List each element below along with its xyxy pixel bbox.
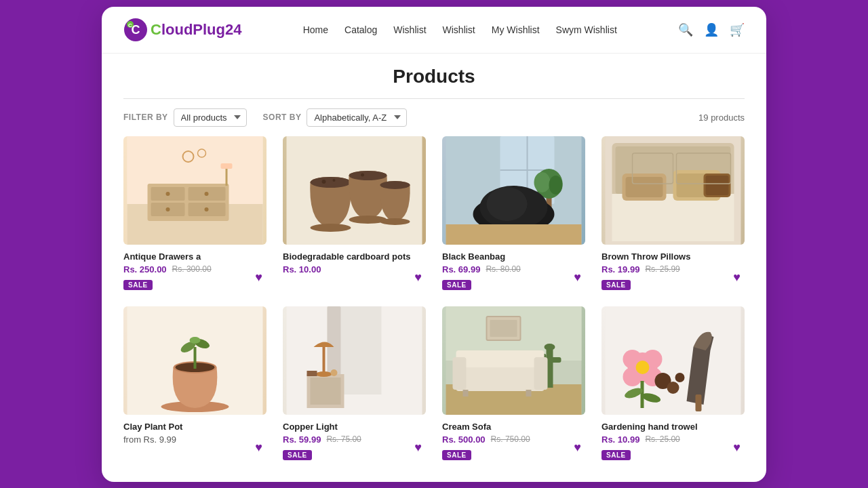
price-original: Rs. 80.00 <box>486 264 520 274</box>
svg-point-29 <box>380 181 410 189</box>
wishlist-button[interactable]: ♥ <box>574 271 581 283</box>
svg-point-22 <box>311 224 351 232</box>
product-card-brown-pillows[interactable]: Brown Throw Pillows Rs. 19.99 Rs. 25.99 … <box>601 136 745 290</box>
product-image-pillows <box>601 136 745 245</box>
product-image-trowel <box>601 306 745 415</box>
wishlist-button[interactable]: ♥ <box>733 441 741 453</box>
product-image-pots <box>283 136 426 245</box>
header-icons: 🔍 👤 🛒 <box>678 22 745 37</box>
product-card-copper-light[interactable]: Copper Light Rs. 59.99 Rs. 75.00 SALE ♥ <box>283 306 426 460</box>
product-image-beanbag <box>442 136 585 245</box>
cart-icon[interactable]: 🛒 <box>730 22 745 37</box>
nav-catalog[interactable]: Catalog <box>344 24 377 35</box>
svg-rect-61 <box>194 347 197 369</box>
svg-rect-48 <box>612 194 734 241</box>
product-prices: Rs. 250.00 Rs. 300.00 <box>123 264 267 274</box>
sale-badge: SALE <box>601 450 631 460</box>
price-current: Rs. 250.00 <box>123 264 167 274</box>
sort-label: SORT BY <box>263 113 302 122</box>
product-name: Gardening hand trowel <box>601 422 745 432</box>
product-card-cream-sofa[interactable]: Cream Sofa Rs. 500.00 Rs. 750.00 SALE ♥ <box>442 306 585 460</box>
filter-select[interactable]: All products <box>174 108 247 127</box>
svg-text:C: C <box>128 22 132 28</box>
sale-badge: SALE <box>123 280 153 290</box>
product-name: Brown Throw Pillows <box>601 251 745 262</box>
svg-rect-79 <box>551 357 561 363</box>
sale-badge: SALE <box>601 280 631 290</box>
nav-wishlist-1[interactable]: Wishlist <box>393 24 426 35</box>
svg-rect-88 <box>490 320 517 337</box>
svg-point-95 <box>636 361 650 374</box>
wishlist-button[interactable]: ♥ <box>255 441 262 453</box>
svg-point-39 <box>534 172 551 192</box>
page-title: Products <box>102 54 766 93</box>
svg-rect-16 <box>226 167 228 186</box>
svg-rect-84 <box>534 357 548 390</box>
svg-point-13 <box>205 192 209 196</box>
products-grid: Antique Drawers a Rs. 250.00 Rs. 300.00 … <box>102 136 766 482</box>
wishlist-button[interactable]: ♥ <box>733 271 741 283</box>
wishlist-button[interactable]: ♥ <box>255 271 262 283</box>
wishlist-button[interactable]: ♥ <box>574 441 581 453</box>
svg-point-71 <box>316 371 332 377</box>
svg-point-12 <box>166 192 170 196</box>
svg-rect-17 <box>221 163 233 169</box>
product-card-black-beanbag[interactable]: Black Beanbag Rs. 69.99 Rs. 80.00 SALE ♥ <box>442 136 585 290</box>
svg-point-102 <box>675 373 685 382</box>
logo-icon: C C <box>123 18 148 42</box>
product-prices: Rs. 10.99 Rs. 25.00 <box>601 434 745 445</box>
product-card-biodegradable-pots[interactable]: Biodegradable cardboard pots Rs. 10.00 ♥ <box>283 136 426 290</box>
wishlist-button[interactable]: ♥ <box>414 441 422 453</box>
logo[interactable]: C C CloudPlug24 <box>123 18 241 42</box>
svg-point-72 <box>331 369 338 376</box>
nav-swym-wishlist[interactable]: Swym Wishlist <box>556 24 617 35</box>
svg-point-23 <box>311 177 351 188</box>
price-current: Rs. 500.00 <box>442 434 486 445</box>
product-card-gardening-trowel[interactable]: Gardening hand trowel Rs. 10.99 Rs. 25.0… <box>601 306 745 460</box>
products-count: 19 products <box>698 113 745 123</box>
filter-pair: FILTER BY All products <box>123 108 247 127</box>
product-prices: Rs. 59.99 Rs. 75.00 <box>283 434 426 445</box>
svg-rect-73 <box>307 371 317 376</box>
product-image-sofa <box>442 306 585 415</box>
svg-rect-70 <box>323 347 326 375</box>
price-current: Rs. 69.99 <box>442 264 480 274</box>
svg-rect-99 <box>696 394 702 411</box>
nav-home[interactable]: Home <box>303 24 328 35</box>
sort-pair: SORT BY Alphabetically, A-Z <box>263 108 408 127</box>
svg-point-26 <box>349 171 387 180</box>
product-card-antique-drawers[interactable]: Antique Drawers a Rs. 250.00 Rs. 300.00 … <box>123 136 267 290</box>
svg-rect-85 <box>463 390 469 396</box>
product-prices: Rs. 10.00 <box>283 264 426 274</box>
svg-rect-83 <box>453 357 467 390</box>
svg-point-28 <box>380 218 410 225</box>
product-name: Clay Plant Pot <box>123 422 267 432</box>
product-name: Biodegradable cardboard pots <box>283 251 426 262</box>
price-current: Rs. 59.99 <box>283 434 321 445</box>
wishlist-button[interactable]: ♥ <box>414 271 422 283</box>
svg-rect-82 <box>456 350 545 367</box>
product-name: Cream Sofa <box>442 422 585 432</box>
main-nav: Home Catalog Wishlist Wishlist My Wishli… <box>303 24 617 35</box>
price-current: Rs. 10.99 <box>601 434 639 445</box>
header: C C CloudPlug24 Home Catalog Wishlist Wi… <box>102 7 766 54</box>
price-original: Rs. 25.00 <box>645 434 679 444</box>
logo-text: CloudPlug24 <box>151 21 241 39</box>
svg-point-31 <box>333 179 336 182</box>
account-icon[interactable]: 👤 <box>704 22 719 37</box>
nav-my-wishlist[interactable]: My Wishlist <box>492 24 540 35</box>
sale-badge: SALE <box>442 280 471 290</box>
product-prices: from Rs. 9.99 <box>123 434 267 445</box>
sort-select[interactable]: Alphabetically, A-Z <box>307 108 407 127</box>
price-original: Rs. 750.00 <box>491 434 530 444</box>
product-card-clay-plant-pot[interactable]: Clay Plant Pot from Rs. 9.99 ♥ <box>123 306 267 460</box>
svg-rect-81 <box>456 364 545 391</box>
price-current: Rs. 19.99 <box>601 264 639 274</box>
svg-rect-69 <box>311 378 341 405</box>
product-name: Copper Light <box>283 422 426 432</box>
filter-left: FILTER BY All products SORT BY Alphabeti… <box>123 108 407 127</box>
price-from: from Rs. 9.99 <box>123 434 176 445</box>
nav-wishlist-2[interactable]: Wishlist <box>443 24 475 35</box>
svg-point-101 <box>667 382 679 394</box>
search-icon[interactable]: 🔍 <box>678 22 693 37</box>
